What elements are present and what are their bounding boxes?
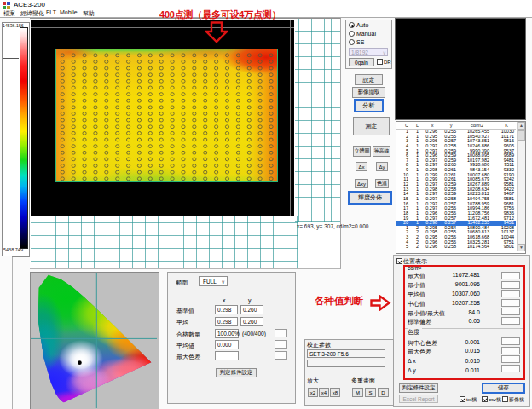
maxdiff-field[interactable] <box>215 351 239 360</box>
table-column-header: cd/m2 <box>469 123 486 128</box>
annotation-down-arrow-icon <box>205 21 228 43</box>
application-window: ACE3-200 檔案 經緯變化 FLT Mobile 幫助 14536.156… <box>0 0 532 409</box>
excel-report-button[interactable]: Excel Report <box>399 395 438 403</box>
scroll-up-icon[interactable]: ▲ <box>518 122 525 130</box>
dr-checkbox[interactable] <box>377 59 383 65</box>
measure-button[interactable]: 測定 <box>353 117 390 135</box>
measure-point-grid <box>56 49 277 181</box>
multi-screen-label: 多重畫面 <box>351 377 375 385</box>
table-cell: 10174.564 <box>458 245 489 250</box>
checkbox-label: txt檔 <box>466 397 477 402</box>
menu-help[interactable]: 幫助 <box>83 9 95 18</box>
multi-s-button[interactable]: S <box>365 388 376 397</box>
image-guide-vline <box>290 20 291 216</box>
menu-transform[interactable]: 經緯變化 <box>20 9 44 18</box>
radio-auto-circle[interactable] <box>349 22 355 28</box>
file-check-0[interactable]: txt檔 <box>460 396 477 404</box>
table-column-header: y <box>442 123 460 128</box>
contour-button[interactable]: 等高線 <box>373 146 390 157</box>
calibration-extra-field[interactable] <box>307 360 385 367</box>
calibration-title: 校正參數 <box>307 341 331 349</box>
qualified-label: 合格數量 <box>176 331 200 339</box>
color-temp-button[interactable]: 色溫 <box>375 179 389 188</box>
cie-chromaticity-panel[interactable] <box>30 272 159 409</box>
menu-file[interactable]: 檔案 <box>3 9 15 18</box>
qualified-indicator-box <box>275 329 287 337</box>
plot3d-button[interactable]: 立體圖 <box>353 146 371 157</box>
captured-image-area[interactable] <box>31 20 294 216</box>
left-edge-line <box>12 257 13 409</box>
judge-condition-button[interactable]: 判定條件設定 <box>399 383 438 393</box>
calibration-set-field[interactable]: SET 3-200 F5.6 <box>307 349 385 358</box>
chevron-down-icon: ∨ <box>383 49 386 57</box>
checkbox[interactable] <box>460 396 466 402</box>
shutter-speed-value: 1/8192 <box>351 49 368 55</box>
maxdiff-label: 最大色差 <box>176 353 200 361</box>
reference-x-field[interactable]: 0.298 <box>215 305 238 314</box>
save-button[interactable]: 儲存 <box>483 383 524 393</box>
app-icon <box>3 2 10 9</box>
measurement-table[interactable]: CLxycd/m2K 110.2960.25510265.45510030210… <box>396 121 526 254</box>
zoom-x2-button[interactable]: x2 <box>308 388 318 397</box>
color-scale-panel: 14536.156 5438.749 <box>2 22 30 257</box>
shutter-speed-select[interactable]: 1/8192∨ <box>349 48 388 56</box>
analyze-button[interactable]: 分析 <box>355 100 383 112</box>
table-header: CLxycd/m2K <box>396 122 516 130</box>
average-label: 平均 <box>176 319 188 327</box>
zero-gain-button[interactable]: 0gain <box>349 58 374 66</box>
radio-ss-label: SS <box>356 39 364 45</box>
avgval-field[interactable]: 0.000 <box>215 340 239 349</box>
annotation-values-text: 各种值判断 <box>315 295 364 308</box>
radio-manual-circle[interactable] <box>349 31 355 37</box>
range-judge-condition-button[interactable]: 判定條件設定 <box>216 368 257 377</box>
file-check-1[interactable]: csv檔 <box>482 396 501 404</box>
range-label: 範圍 <box>176 279 188 287</box>
zoom-label: 放大 <box>307 377 319 385</box>
delta-y-button[interactable]: Δy <box>376 162 388 171</box>
annotation-red-box <box>403 265 525 380</box>
annotation-right-arrow-icon <box>370 295 391 311</box>
multi-m-button[interactable]: M <box>352 388 363 397</box>
zoom-x4-button[interactable]: x4 <box>319 388 329 397</box>
position-display-checkbox[interactable] <box>396 258 402 264</box>
range-select[interactable]: FULL∨ <box>199 276 228 286</box>
menu-mobile[interactable]: Mobile <box>60 9 78 15</box>
radio-auto[interactable]: Auto <box>349 22 368 30</box>
table-row[interactable]: 520.2960.25810174.5649801 <box>396 245 516 250</box>
capture-button[interactable]: 影像擷取 <box>352 87 385 98</box>
radio-ss[interactable]: SS <box>349 39 364 47</box>
file-check-2[interactable]: 影像檔 <box>502 396 524 404</box>
table-scrollbar[interactable]: ▲ ▼ <box>517 122 525 251</box>
radio-auto-label: Auto <box>356 22 368 28</box>
radio-manual[interactable]: Manual <box>349 31 376 38</box>
average-y-field[interactable]: 0.260 <box>240 317 263 326</box>
range-value: FULL <box>203 279 217 285</box>
qualified-note: (400/400) <box>242 331 266 337</box>
average-x-field[interactable]: 0.298 <box>215 317 238 326</box>
scrollbar-thumb[interactable] <box>518 130 525 141</box>
col-y-header: y <box>248 297 252 303</box>
radio-manual-label: Manual <box>356 31 376 37</box>
checkbox[interactable] <box>502 396 508 402</box>
avgval-label: 平均値 <box>176 342 194 350</box>
zoom-x8-button[interactable]: x8 <box>330 388 340 397</box>
settings-button[interactable]: 設定 <box>355 74 383 85</box>
radio-ss-circle[interactable] <box>349 39 355 45</box>
multi-d-button[interactable]: D <box>378 388 389 397</box>
reference-y-field[interactable]: 0.260 <box>240 305 263 314</box>
menu-flt[interactable]: FLT <box>46 9 56 15</box>
qualified-value-field[interactable]: 100.00% <box>215 329 239 338</box>
luminance-dist-button[interactable]: 輝度分佈 <box>349 192 391 204</box>
maxdiff-indicator-box <box>275 351 287 360</box>
checkbox[interactable] <box>482 396 488 402</box>
dr-checkbox-row[interactable]: DR <box>377 59 391 65</box>
delta-x-button[interactable]: Δx <box>356 162 367 171</box>
scroll-down-icon[interactable]: ▼ <box>518 244 525 251</box>
luminance-heatmap[interactable] <box>56 49 277 181</box>
table-column-header: L <box>412 123 419 128</box>
avgval-indicator-box <box>275 340 287 349</box>
table-cell: 0.296 <box>420 245 437 250</box>
table-cell: 2 <box>412 245 419 250</box>
delta-xy-button[interactable]: Δxy <box>355 179 368 188</box>
camera-preview[interactable] <box>395 18 526 120</box>
